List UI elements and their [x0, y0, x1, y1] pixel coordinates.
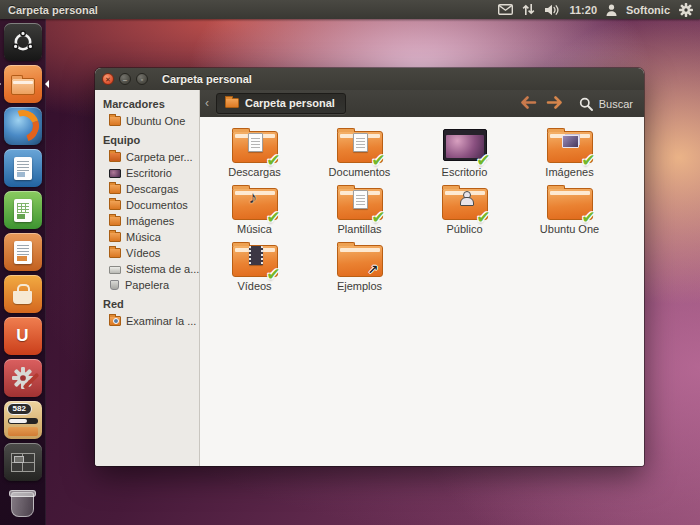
sidebar-item-videos[interactable]: Vídeos — [95, 245, 199, 261]
forward-button[interactable] — [546, 95, 563, 113]
film-emblem-icon — [249, 246, 263, 265]
file-grid: ✔ Descargas ✔ Documentos ✔ Escritorio ✔ … — [200, 117, 644, 466]
progress-bar — [8, 418, 38, 424]
synced-check-icon: ✔ — [266, 152, 280, 169]
folder-icon — [109, 232, 121, 242]
mail-icon[interactable] — [498, 4, 513, 15]
home-folder-icon — [109, 152, 121, 162]
top-panel: Carpeta personal 11:20 Softonic — [0, 0, 700, 19]
file-item-publico[interactable]: ✔ Público — [412, 183, 517, 240]
volume-icon[interactable] — [544, 4, 560, 16]
panel-app-title: Carpeta personal — [8, 4, 98, 16]
synced-check-icon: ✔ — [476, 152, 490, 169]
network-icon — [109, 316, 121, 326]
file-item-descargas[interactable]: ✔ Descargas — [202, 126, 307, 183]
minimize-button[interactable]: – — [119, 73, 131, 85]
search-label: Buscar — [599, 98, 633, 110]
spreadsheet-page-icon — [14, 199, 32, 222]
launcher-item-libreoffice-calc[interactable] — [4, 191, 42, 229]
synced-check-icon: ✔ — [371, 209, 385, 226]
synced-check-icon: ✔ — [581, 152, 595, 169]
sidebar-item-musica[interactable]: Música — [95, 229, 199, 245]
sidebar-item-papelera[interactable]: Papelera — [95, 277, 199, 293]
sidebar-section-red: Red — [95, 293, 199, 313]
user-icon[interactable] — [606, 4, 617, 16]
folder-icon — [109, 184, 121, 194]
places-sidebar: Marcadores Ubuntu One Equipo Carpeta per… — [95, 90, 200, 466]
document-emblem-icon — [353, 190, 368, 209]
breadcrumb-label: Carpeta personal — [245, 97, 335, 109]
folder-icon — [225, 98, 239, 108]
window-titlebar[interactable]: ✕ – ▫ Carpeta personal — [95, 68, 644, 90]
ubuntu-one-letter: U — [16, 326, 28, 346]
launcher-item-files[interactable] — [4, 65, 42, 103]
sidebar-item-sistema-de-archivos[interactable]: Sistema de a... — [95, 261, 199, 277]
launcher-item-software-center[interactable] — [4, 275, 42, 313]
drive-icon — [109, 266, 121, 274]
sidebar-section-equipo: Equipo — [95, 129, 199, 149]
sidebar-item-imagenes[interactable]: Imágenes — [95, 213, 199, 229]
launcher-item-ubuntu-dash[interactable] — [4, 23, 42, 61]
unity-launcher: U 582 — [0, 19, 46, 525]
folder-icon — [109, 200, 121, 210]
link-emblem-icon: ↗ — [368, 262, 379, 277]
file-item-escritorio[interactable]: ✔ Escritorio — [412, 126, 517, 183]
person-emblem-icon — [460, 191, 473, 206]
photos-emblem-icon — [562, 135, 579, 148]
focused-indicator-icon — [41, 80, 49, 88]
panel-username[interactable]: Softonic — [626, 4, 670, 16]
file-item-videos[interactable]: ✔ Vídeos — [202, 240, 307, 297]
breadcrumb-pager-icon[interactable]: ‹ — [205, 96, 209, 110]
file-item-documentos[interactable]: ✔ Documentos — [307, 126, 412, 183]
launcher-item-system-settings[interactable] — [4, 359, 42, 397]
back-button[interactable] — [520, 95, 537, 113]
sidebar-item-descargas[interactable]: Descargas — [95, 181, 199, 197]
file-item-ejemplos[interactable]: ↗ Ejemplos — [307, 240, 412, 297]
launcher-item-firefox[interactable] — [4, 107, 42, 145]
sidebar-item-documentos[interactable]: Documentos — [95, 197, 199, 213]
gear-icon[interactable] — [679, 3, 693, 17]
presentation-page-icon — [14, 241, 32, 264]
folder-icon — [109, 248, 121, 258]
nautilus-window: ✕ – ▫ Carpeta personal Marcadores Ubuntu… — [95, 68, 644, 466]
document-emblem-icon — [353, 133, 368, 152]
synced-check-icon: ✔ — [266, 266, 280, 283]
launcher-item-libreoffice-impress[interactable] — [4, 233, 42, 271]
file-item-imagenes[interactable]: ✔ Imágenes — [517, 126, 622, 183]
maximize-button[interactable]: ▫ — [136, 73, 148, 85]
synced-check-icon: ✔ — [266, 209, 280, 226]
updown-arrows-icon[interactable] — [522, 3, 535, 16]
launcher-item-updates[interactable]: 582 — [4, 401, 42, 439]
launcher-item-trash[interactable] — [4, 485, 42, 523]
file-item-plantillas[interactable]: ✔ Plantillas — [307, 183, 412, 240]
close-button[interactable]: ✕ — [102, 73, 114, 85]
workspace-grid-icon — [11, 453, 35, 472]
sidebar-item-examinar-la-red[interactable]: Examinar la ... — [95, 313, 199, 329]
launcher-item-workspace-switcher[interactable] — [4, 443, 42, 481]
trash-icon — [110, 280, 119, 290]
sidebar-section-marcadores: Marcadores — [95, 93, 199, 113]
breadcrumb[interactable]: Carpeta personal — [216, 93, 346, 114]
sidebar-item-escritorio[interactable]: Escritorio — [95, 165, 199, 181]
search-control[interactable]: Buscar — [579, 97, 633, 111]
file-item-ubuntu-one[interactable]: ✔ Ubuntu One — [517, 183, 622, 240]
launcher-item-libreoffice-writer[interactable] — [4, 149, 42, 187]
sidebar-item-carpeta-personal[interactable]: Carpeta per... — [95, 149, 199, 165]
music-emblem-icon: ♪ — [249, 188, 258, 208]
shopping-bag-icon — [13, 291, 32, 304]
trash-can-icon — [11, 492, 34, 517]
launcher-item-ubuntu-one[interactable]: U — [4, 317, 42, 355]
panel-clock[interactable]: 11:20 — [569, 4, 597, 16]
search-icon — [579, 97, 593, 111]
location-toolbar: ‹ Carpeta personal Buscar — [200, 90, 644, 117]
running-indicator-icon — [0, 80, 5, 88]
update-count-badge: 582 — [7, 403, 32, 415]
desktop-icon — [109, 169, 121, 178]
synced-check-icon: ✔ — [476, 209, 490, 226]
sidebar-item-ubuntu-one[interactable]: Ubuntu One — [95, 113, 199, 129]
window-title: Carpeta personal — [162, 73, 252, 85]
file-item-musica[interactable]: ♪✔ Música — [202, 183, 307, 240]
folder-icon — [109, 216, 121, 226]
document-page-icon — [14, 157, 32, 180]
folder-strip-icon — [8, 427, 38, 436]
